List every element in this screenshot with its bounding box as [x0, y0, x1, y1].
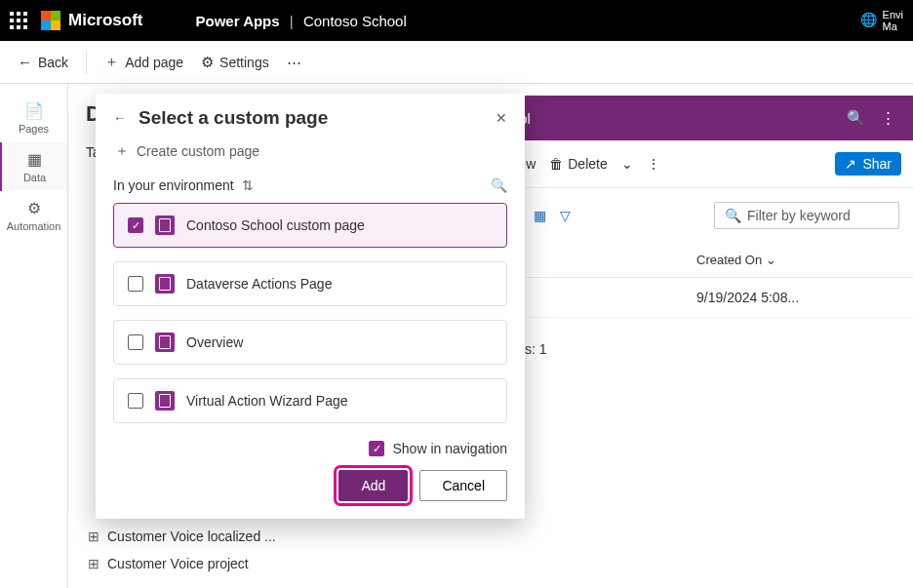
page-option-label: Dataverse Actions Page [186, 276, 332, 292]
page-icon: 📄 [0, 101, 67, 120]
page-option[interactable]: ✓ Contoso School custom page [113, 203, 507, 248]
dialog-close-button[interactable]: ✕ [496, 110, 507, 126]
tree-item-label: Customer Voice localized ... [107, 529, 276, 544]
table-icon: ⊞ [88, 529, 99, 544]
rail-automation[interactable]: ⚙ Automation [0, 191, 67, 240]
custom-page-icon [155, 333, 175, 352]
checkbox-icon[interactable]: ✓ [369, 441, 384, 456]
checkbox-icon[interactable] [128, 393, 143, 409]
search-icon: 🔍 [725, 208, 741, 223]
custom-page-icon [155, 391, 175, 411]
page-option[interactable]: Overview [113, 320, 507, 365]
checkbox-icon[interactable]: ✓ [128, 217, 143, 233]
checkbox-icon[interactable] [128, 334, 143, 350]
command-bar: ← Back ＋ Add page ⚙ Settings ⋯ [0, 41, 913, 84]
app-more-icon[interactable]: ⋮ [881, 109, 895, 127]
chevron-down-icon: ⌄ [766, 253, 776, 267]
select-custom-page-dialog: ← Select a custom page ✕ ＋ Create custom… [96, 94, 525, 519]
sort-icon[interactable]: ⇅ [242, 177, 254, 193]
filter-input[interactable]: 🔍 Filter by keyword [714, 202, 899, 229]
back-arrow-icon: ← [18, 54, 32, 70]
create-custom-page-button[interactable]: ＋ Create custom page [115, 142, 507, 160]
search-icon[interactable]: 🔍 [847, 109, 865, 127]
share-button[interactable]: ↗ Shar [835, 152, 901, 176]
left-rail: 📄 Pages ▦ Data ⚙ Automation [0, 84, 68, 588]
app-name-label: Contoso School [303, 13, 407, 29]
cancel-button[interactable]: Cancel [419, 470, 507, 501]
settings-button[interactable]: ⚙ Settings [201, 54, 269, 71]
brand-label: Microsoft [68, 11, 143, 30]
filter-icon[interactable]: ▽ [560, 208, 571, 223]
ms-logo: Microsoft [41, 11, 143, 30]
add-page-label: Add page [125, 55, 183, 70]
more-icon: ⋯ [287, 54, 301, 71]
custom-page-icon [155, 216, 175, 235]
tree-item[interactable]: ⊞ Customer Voice localized ... [84, 523, 357, 550]
environment-section-header: In your environment ⇅ 🔍 [113, 177, 507, 193]
delete-label: Delete [568, 156, 607, 172]
plus-icon: ＋ [104, 53, 119, 71]
more-icon: ⋮ [647, 156, 660, 172]
dialog-back-button[interactable]: ← [113, 110, 127, 126]
delete-button[interactable]: 🗑 Delete [549, 156, 607, 172]
rail-pages[interactable]: 📄 Pages [0, 94, 67, 142]
page-option[interactable]: Virtual Action Wizard Page [113, 378, 507, 423]
page-option[interactable]: Dataverse Actions Page [113, 261, 507, 306]
flow-icon: ⚙ [0, 199, 67, 217]
tree-item-label: Customer Voice project [107, 556, 249, 571]
back-label: Back [38, 55, 68, 70]
edit-columns-icon[interactable]: ▦ [534, 208, 546, 223]
dialog-actions: Add Cancel [113, 470, 507, 501]
col-created[interactable]: Created On ⌄ [696, 253, 899, 267]
gear-icon: ⚙ [201, 54, 214, 71]
dialog-title: Select a custom page [139, 107, 484, 129]
product-label: Power Apps [196, 13, 280, 29]
filter-placeholder: Filter by keyword [747, 208, 851, 223]
row-created-value: 9/19/2024 5:08... [696, 290, 899, 305]
trash-icon: 🗑 [549, 156, 563, 172]
custom-page-list: ✓ Contoso School custom page Dataverse A… [113, 203, 507, 423]
globe-icon: 🌐 [860, 13, 877, 27]
show-in-navigation-toggle[interactable]: ✓ Show in navigation [113, 441, 507, 456]
rail-pages-label: Pages [19, 123, 49, 135]
page-option-label: Overview [186, 334, 243, 350]
back-button[interactable]: ← Back [18, 54, 68, 70]
add-button[interactable]: Add [338, 470, 408, 501]
add-page-button[interactable]: ＋ Add page [104, 53, 183, 71]
plus-icon: ＋ [115, 142, 129, 160]
overflow-more[interactable]: ⋮ [647, 156, 660, 172]
settings-label: Settings [219, 55, 269, 70]
environment-picker[interactable]: 🌐 Envi Ma [860, 9, 903, 32]
rail-data-label: Data [23, 172, 46, 183]
app-launcher-icon[interactable] [10, 12, 27, 29]
table-icon: ▦ [2, 150, 67, 169]
custom-page-icon [155, 274, 175, 294]
env-value: Ma [883, 20, 903, 32]
checkbox-icon[interactable] [128, 276, 143, 292]
env-label: In your environment [113, 177, 234, 193]
show-nav-label: Show in navigation [392, 441, 507, 456]
col-created-label: Created On [696, 253, 762, 267]
share-label: Shar [862, 156, 892, 172]
page-option-label: Contoso School custom page [186, 217, 365, 233]
search-icon[interactable]: 🔍 [491, 177, 507, 193]
page-option-label: Virtual Action Wizard Page [186, 393, 348, 409]
breadcrumb: Power Apps | Contoso School [196, 13, 407, 29]
more-button[interactable]: ⋯ [287, 54, 301, 71]
env-caption: Envi [883, 9, 903, 20]
tree-item[interactable]: ⊞ Customer Voice project [84, 550, 357, 577]
rail-automation-label: Automation [7, 220, 61, 232]
global-header: Microsoft Power Apps | Contoso School 🌐 … [0, 0, 913, 41]
ms-logo-icon [41, 11, 60, 30]
rail-data[interactable]: ▦ Data [0, 142, 67, 191]
table-icon: ⊞ [88, 556, 99, 571]
chevron-down-icon: ⌄ [621, 156, 633, 172]
overflow-chevron[interactable]: ⌄ [621, 156, 633, 172]
create-label: Create custom page [137, 143, 259, 159]
share-icon: ↗ [845, 156, 856, 172]
